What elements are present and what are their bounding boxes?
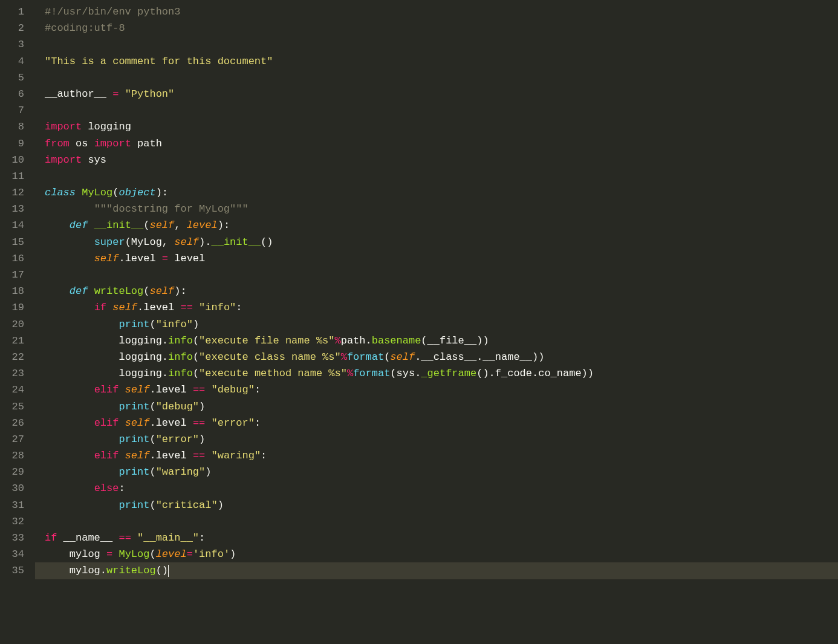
code-line[interactable]: mylog.writeLog() [35, 562, 838, 579]
line-number: 31 [0, 497, 24, 513]
code-line[interactable]: logging.info("execute method name %s"%fo… [35, 365, 838, 382]
code-line[interactable]: import sys [35, 152, 838, 168]
line-number: 34 [0, 546, 24, 562]
code-line[interactable]: super(MyLog, self).__init__() [35, 234, 838, 250]
line-number: 8 [0, 119, 24, 135]
code-line[interactable]: if self.level == "info": [35, 299, 838, 316]
line-number: 7 [0, 102, 24, 119]
line-number: 1 [0, 4, 24, 20]
line-number: 2 [0, 20, 24, 36]
code-area[interactable]: #!/usr/bin/env python3#coding:utf-8"This… [35, 4, 838, 644]
code-line[interactable]: print("error") [35, 431, 838, 447]
code-line[interactable]: self.level = level [35, 250, 838, 267]
code-line[interactable]: print("waring") [35, 464, 838, 480]
line-number: 22 [0, 349, 24, 365]
line-number: 23 [0, 365, 24, 382]
line-number: 14 [0, 217, 24, 233]
line-number: 26 [0, 415, 24, 431]
line-number: 17 [0, 267, 24, 283]
code-line[interactable]: logging.info("execute file name %s"%path… [35, 333, 838, 349]
code-line[interactable]: logging.info("execute class name %s"%for… [35, 349, 838, 365]
code-line[interactable]: """docstring for MyLog""" [35, 201, 838, 217]
line-number: 15 [0, 234, 24, 250]
code-line[interactable]: print("critical") [35, 497, 838, 513]
code-line[interactable]: else: [35, 480, 838, 496]
line-number: 35 [0, 562, 24, 579]
code-line[interactable]: #!/usr/bin/env python3 [35, 4, 838, 20]
text-cursor [168, 565, 169, 577]
line-number: 19 [0, 299, 24, 316]
line-number: 28 [0, 447, 24, 464]
code-line[interactable]: if __name__ == "__main__": [35, 530, 838, 546]
line-number: 25 [0, 398, 24, 415]
line-number: 16 [0, 250, 24, 267]
line-number: 9 [0, 135, 24, 152]
code-line[interactable] [35, 267, 838, 283]
code-editor[interactable]: 1234567891011121314151617181920212223242… [0, 0, 838, 644]
code-line[interactable]: elif self.level == "debug": [35, 382, 838, 398]
code-line[interactable]: elif self.level == "waring": [35, 447, 838, 464]
code-line[interactable]: "This is a comment for this document" [35, 53, 838, 70]
line-number: 24 [0, 382, 24, 398]
line-number: 29 [0, 464, 24, 480]
line-number: 20 [0, 316, 24, 333]
line-number: 5 [0, 70, 24, 86]
line-number: 11 [0, 168, 24, 184]
line-number: 6 [0, 86, 24, 102]
line-number: 3 [0, 36, 24, 53]
code-line[interactable]: class MyLog(object): [35, 184, 838, 201]
code-line[interactable]: elif self.level == "error": [35, 415, 838, 431]
line-number: 32 [0, 513, 24, 530]
line-number: 4 [0, 53, 24, 70]
line-number: 12 [0, 184, 24, 201]
line-number: 30 [0, 480, 24, 496]
code-line[interactable]: import logging [35, 119, 838, 135]
line-number: 13 [0, 201, 24, 217]
code-line[interactable]: def __init__(self, level): [35, 217, 838, 233]
code-line[interactable]: from os import path [35, 135, 838, 152]
code-line[interactable] [35, 36, 838, 53]
code-line[interactable] [35, 513, 838, 530]
code-line[interactable]: mylog = MyLog(level='info') [35, 546, 838, 562]
code-line[interactable] [35, 70, 838, 86]
line-number: 10 [0, 152, 24, 168]
code-line[interactable]: def writeLog(self): [35, 283, 838, 299]
code-line[interactable] [35, 168, 838, 184]
code-line[interactable] [35, 102, 838, 119]
code-line[interactable]: print("info") [35, 316, 838, 333]
line-number: 33 [0, 530, 24, 546]
code-line[interactable]: __author__ = "Python" [35, 86, 838, 102]
line-number: 18 [0, 283, 24, 299]
code-line[interactable]: print("debug") [35, 398, 838, 415]
line-number: 21 [0, 333, 24, 349]
line-number-gutter: 1234567891011121314151617181920212223242… [0, 4, 35, 644]
code-line[interactable]: #coding:utf-8 [35, 20, 838, 36]
line-number: 27 [0, 431, 24, 447]
